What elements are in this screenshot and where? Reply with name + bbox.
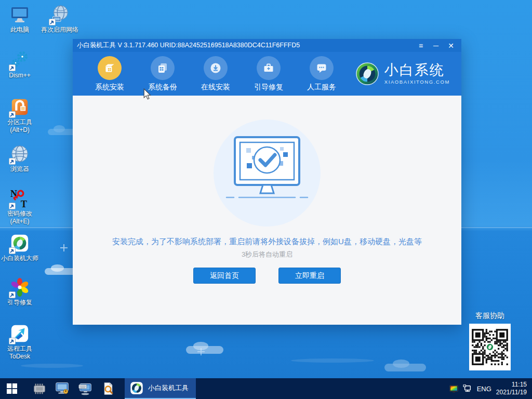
cloud — [45, 268, 77, 275]
chip-icon — [32, 381, 47, 396]
window-title: 小白装机工具 V 3.1.717.460 URID:88A24525169518… — [77, 41, 300, 50]
toolbox-icon — [257, 56, 281, 80]
desktop-icon-label: 小白装机大师 — [1, 255, 38, 262]
taskbar-keyboard-tool-button[interactable] — [74, 378, 97, 399]
chat-icon — [310, 56, 334, 80]
success-illustration — [214, 119, 321, 227]
shortcut-arrow-icon — [9, 158, 16, 165]
window-titlebar[interactable]: 小白装机工具 V 3.1.717.460 URID:88A24525169518… — [73, 39, 461, 52]
doc-magnifier-icon — [101, 381, 115, 396]
shortcut-arrow-icon — [9, 111, 16, 118]
taskbar-cpu-tool-button[interactable] — [28, 378, 51, 399]
tab-manual-service[interactable]: 人工服务 — [295, 56, 348, 92]
pinwheel-icon — [9, 277, 30, 298]
tab-label: 系统安装 — [95, 83, 124, 92]
download-icon — [204, 56, 228, 80]
cloud — [48, 129, 76, 135]
qr-code — [469, 324, 511, 370]
close-icon[interactable]: ✕ — [446, 41, 456, 51]
monitor-keyboard-icon — [77, 381, 93, 396]
desktop-icon-dism[interactable]: Dism++ — [3, 50, 36, 79]
brand-subtitle: XIAOBAIXITONG.COM — [384, 79, 450, 85]
xiaobai-app-icon — [130, 381, 143, 395]
desktop-icon-label: Dism++ — [9, 72, 30, 79]
desktop-icon-partition-tool[interactable]: 分区工具(Alt+D) — [3, 97, 36, 134]
tab-label: 人工服务 — [307, 83, 336, 92]
xiaobai-app-icon — [9, 233, 30, 254]
partition-tool-icon — [9, 97, 30, 117]
tab-label: 系统备份 — [148, 83, 177, 92]
desktop-icon-label: 此电脑 — [10, 26, 29, 34]
taskbar: 小白装机工具 ENG 11:15 2021/11/19 — [0, 378, 532, 399]
gears-icon — [9, 50, 30, 71]
sparkle — [60, 244, 68, 251]
tab-system-backup[interactable]: 系统备份 — [136, 56, 189, 92]
start-button[interactable] — [0, 378, 24, 399]
desktop-icon-label: 浏览器 — [10, 165, 29, 173]
desktop-icon-re-enable-network[interactable]: 再次启用网络 — [39, 4, 80, 34]
desktop-icon-label: 再次启用网络 — [41, 26, 78, 34]
clock[interactable]: 11:15 2021/11/19 — [496, 381, 527, 396]
desktop-icon-label: 远程工具ToDesk — [7, 345, 32, 361]
window-content: 安装完成，为了不影响系统部署，重启前请将外接设备拔掉，例如U盘，移动硬盘，光盘等… — [73, 96, 461, 325]
xiaobai-logo-icon — [355, 62, 379, 86]
backup-icon — [151, 56, 175, 80]
cloud — [186, 346, 223, 354]
monitor-lock-icon — [55, 381, 70, 396]
package-icon — [98, 56, 122, 80]
shortcut-arrow-icon — [49, 19, 56, 25]
clock-date: 2021/11/19 — [496, 389, 527, 396]
desktop-icon-label: 分区工具(Alt+D) — [7, 118, 32, 134]
desktop-icon-password-reset[interactable]: NT 密码修改(Alt+E) — [3, 188, 36, 225]
shortcut-arrow-icon — [9, 291, 16, 298]
restart-countdown: 3秒后将自动重启 — [73, 250, 461, 259]
shortcut-arrow-icon — [9, 247, 16, 254]
shortcut-arrow-icon — [9, 64, 16, 71]
window-header: 系统安装 系统备份 在线安装 引导修复 — [73, 52, 461, 96]
minimize-icon[interactable]: ─ — [431, 41, 441, 51]
network-globe-icon — [49, 4, 70, 25]
wave — [291, 358, 374, 363]
taskbar-search-tool-button[interactable] — [97, 378, 119, 399]
desktop-icon-remote-tool[interactable]: 远程工具ToDesk — [3, 323, 36, 361]
restart-now-button[interactable]: 立即重启 — [278, 268, 341, 284]
desktop-icon-xiaobai-master[interactable]: 小白装机大师 — [0, 233, 39, 262]
tab-boot-repair[interactable]: 引导修复 — [242, 56, 295, 92]
desktop-icon-label: 引导修复 — [7, 299, 32, 307]
taskbar-app-xiaobai[interactable]: 小白装机工具 — [125, 378, 196, 399]
tab-system-install[interactable]: 系统安装 — [83, 56, 136, 92]
taskbar-app-label: 小白装机工具 — [148, 383, 189, 393]
desktop-icon-label: 密码修改(Alt+E) — [7, 210, 32, 225]
desktop: 此电脑 再次启用网络 Dism++ 分区工具(Alt+D) 浏览器 NT — [0, 0, 532, 399]
monitor-check-icon — [222, 134, 312, 212]
installer-window: 小白装机工具 V 3.1.717.460 URID:88A24525169518… — [73, 39, 461, 325]
nt-password-icon: NT — [9, 188, 30, 209]
shortcut-arrow-icon — [9, 338, 16, 344]
sparkle — [197, 348, 205, 355]
tab-online-install[interactable]: 在线安装 — [189, 56, 242, 92]
svg-text:T: T — [21, 199, 27, 209]
shortcut-arrow-icon — [9, 203, 16, 209]
taskbar-display-tool-button[interactable] — [51, 378, 74, 399]
return-home-button[interactable]: 返回首页 — [193, 268, 256, 284]
menu-icon[interactable]: ≡ — [416, 41, 426, 51]
clock-time: 11:15 — [496, 381, 527, 389]
wave — [21, 364, 83, 368]
network-icon[interactable] — [463, 384, 472, 393]
this-pc-icon — [9, 4, 30, 25]
display-color-icon[interactable] — [449, 385, 458, 393]
todesk-icon — [9, 323, 30, 344]
cloud — [384, 364, 426, 371]
mouse-cursor — [142, 88, 152, 100]
language-indicator[interactable]: ENG — [477, 385, 491, 393]
tab-label: 在线安装 — [201, 83, 230, 92]
system-tray: ENG 11:15 2021/11/19 — [449, 381, 532, 396]
desktop-icon-this-pc[interactable]: 此电脑 — [3, 4, 36, 34]
brand-title: 小白系统 — [384, 63, 450, 77]
browser-globe-icon — [9, 143, 30, 164]
brand-logo: 小白系统 XIAOBAIXITONG.COM — [355, 62, 450, 86]
install-complete-message: 安装完成，为了不影响系统部署，重启前请将外接设备拔掉，例如U盘，移动硬盘，光盘等 — [73, 237, 461, 247]
desktop-icon-browser[interactable]: 浏览器 — [3, 143, 36, 173]
desktop-icon-boot-repair[interactable]: 引导修复 — [3, 277, 36, 307]
support-qr-panel: 客服协助 — [469, 311, 511, 370]
